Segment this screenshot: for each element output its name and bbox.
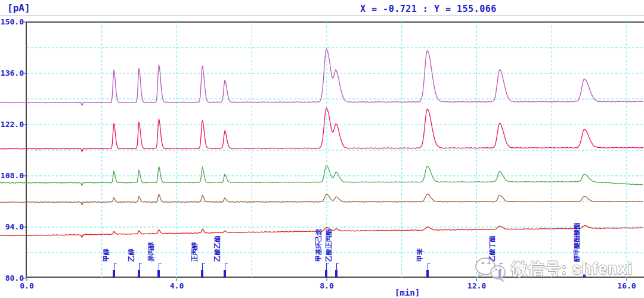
peak-marker-hook [114,263,117,263]
peak-label: 甲苯 [416,249,424,262]
y-tick-label: 122.0 [0,120,24,129]
watermark-text: 微信号: shfenxi [511,258,633,280]
trace-4-brown [0,194,643,204]
peak-marker-hook [326,263,329,263]
x-tick-label: 8.0 [320,281,333,290]
peak-marker-stem [139,263,140,271]
peak-marker-stem [428,263,428,271]
y-tick-label: 150.0 [0,17,24,26]
peak-label: 乙醇 [128,249,135,262]
peak-marker [201,270,203,278]
y-tick-label: 136.0 [0,69,24,77]
x-tick-label: 12.0 [467,281,486,290]
peak-marker-hook [159,263,162,263]
chromatogram-window: [pA] X = -0.721 : Y = 155.066 150.0136.0… [0,0,644,298]
x-axis-unit-label: [min] [395,288,420,297]
peak-marker-stem [159,263,159,271]
peak-label: 正丙醇 [191,242,199,262]
peak-marker-hook [202,263,205,263]
watermark: 微信号: shfenxi [473,256,633,282]
peak-marker [426,270,429,278]
peak-label: 异丙醇 [147,242,155,262]
peak-marker [325,270,327,278]
peak-label: 乙酸正丙酯 [325,229,333,262]
peak-marker [157,270,160,278]
peak-label: 乙酸乙酯 [213,235,221,262]
peak-marker [224,270,226,278]
peak-marker [113,270,115,278]
peak-marker-stem [336,263,337,271]
wechat-icon [473,256,507,282]
peak-marker-hook [225,263,228,263]
peak-marker-hook [428,263,431,263]
peak-marker-hook [336,263,339,263]
peak-marker-stem [202,263,203,271]
x-tick-label: 16.0 [617,281,636,290]
trace-1-orchid [0,49,643,105]
x-tick-label: 0.0 [20,281,33,290]
peak-marker-stem [225,263,225,271]
trace-2-crimson [0,108,643,151]
peak-marker [335,270,338,278]
peak-marker-stem [326,263,327,271]
y-tick-label: 108.0 [0,171,24,180]
peak-label: 甲基环己烷 [315,229,323,262]
peak-label: 甲醇 [103,249,110,262]
peak-marker-hook [139,263,142,263]
y-tick-label: 94.0 [0,222,24,231]
x-tick-label: 4.0 [170,281,184,290]
peak-marker [138,270,140,278]
peak-marker-stem [114,263,114,271]
